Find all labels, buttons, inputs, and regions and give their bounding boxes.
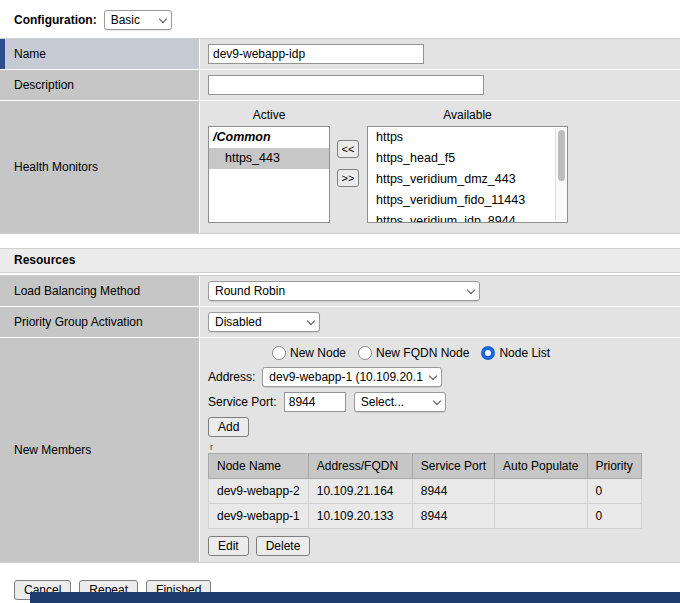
node-list-radio-label: Node List bbox=[499, 346, 550, 360]
scrollbar[interactable] bbox=[555, 128, 566, 221]
new-fqdn-node-radio-label: New FQDN Node bbox=[376, 346, 469, 360]
name-row: Name bbox=[0, 39, 680, 70]
health-monitors-label: Health Monitors bbox=[14, 160, 98, 174]
delete-button[interactable]: Delete bbox=[256, 536, 311, 556]
move-to-available-button[interactable]: >> bbox=[337, 169, 359, 187]
cell-auto-populate bbox=[495, 479, 587, 504]
available-monitor-item[interactable]: https_head_f5 bbox=[368, 148, 567, 169]
partition-group-label: /Common bbox=[209, 127, 329, 148]
header-node-name: Node Name bbox=[209, 454, 309, 479]
load-balancing-row: Load Balancing Method Round Robin bbox=[0, 276, 680, 307]
available-monitor-item[interactable]: https_veridium_fido_11443 bbox=[368, 190, 567, 211]
resources-section-header: Resources bbox=[0, 248, 680, 273]
chevron-down-icon bbox=[158, 14, 166, 22]
radio-option-new-fqdn-node[interactable]: New FQDN Node bbox=[358, 346, 469, 360]
cell-node-name: dev9-webapp-1 bbox=[209, 504, 309, 529]
load-balancing-value-cell: Round Robin bbox=[200, 276, 680, 306]
health-monitors-value-cell: Active /Common https_443 << >> Available… bbox=[200, 101, 680, 233]
load-balancing-label-cell: Load Balancing Method bbox=[0, 276, 200, 306]
header-priority: Priority bbox=[587, 454, 641, 479]
priority-group-select[interactable]: Disabled bbox=[208, 312, 320, 332]
active-monitors-column: Active /Common https_443 bbox=[208, 108, 330, 223]
service-port-select[interactable]: Select... bbox=[354, 392, 446, 412]
configuration-select-value: Basic bbox=[111, 13, 153, 27]
configuration-row: Configuration: Basic bbox=[0, 0, 680, 38]
available-header: Available bbox=[367, 108, 568, 122]
load-balancing-label: Load Balancing Method bbox=[14, 284, 140, 298]
cell-node-name: dev9-webapp-2 bbox=[209, 479, 309, 504]
stray-text: r bbox=[210, 442, 672, 452]
available-monitors-listbox[interactable]: https https_head_f5 https_veridium_dmz_4… bbox=[367, 126, 568, 223]
new-node-radio[interactable] bbox=[272, 346, 286, 360]
members-table: Node Name Address/FQDN Service Port Auto… bbox=[208, 453, 642, 529]
cell-address: 10.109.21.164 bbox=[308, 479, 412, 504]
address-label: Address: bbox=[208, 370, 255, 384]
configuration-select[interactable]: Basic bbox=[104, 10, 172, 30]
priority-group-label-cell: Priority Group Activation bbox=[0, 307, 200, 337]
active-monitors-listbox[interactable]: /Common https_443 bbox=[208, 126, 330, 223]
name-value-cell bbox=[200, 39, 680, 69]
new-node-radio-label: New Node bbox=[290, 346, 346, 360]
move-to-active-button[interactable]: << bbox=[337, 140, 359, 158]
name-input[interactable] bbox=[208, 44, 424, 64]
required-indicator bbox=[0, 39, 5, 69]
load-balancing-select-value: Round Robin bbox=[215, 284, 461, 298]
cell-priority: 0 bbox=[587, 504, 641, 529]
chevron-down-icon bbox=[432, 396, 440, 404]
cell-service-port: 8944 bbox=[412, 504, 494, 529]
cell-auto-populate bbox=[495, 504, 587, 529]
priority-group-row: Priority Group Activation Disabled bbox=[0, 307, 680, 338]
header-address-fqdn: Address/FQDN bbox=[308, 454, 412, 479]
cell-address: 10.109.20.133 bbox=[308, 504, 412, 529]
header-auto-populate: Auto Populate bbox=[495, 454, 587, 479]
new-fqdn-node-radio[interactable] bbox=[358, 346, 372, 360]
priority-group-label: Priority Group Activation bbox=[14, 315, 143, 329]
member-row[interactable]: dev9-webapp-2 10.109.21.164 8944 0 bbox=[209, 479, 642, 504]
general-properties-table: Name Description Health Monitors Active … bbox=[0, 38, 680, 234]
new-members-label: New Members bbox=[14, 443, 91, 457]
monitor-move-buttons: << >> bbox=[337, 140, 359, 187]
load-balancing-select[interactable]: Round Robin bbox=[208, 281, 480, 301]
radio-option-new-node[interactable]: New Node bbox=[272, 346, 346, 360]
scrollbar-thumb[interactable] bbox=[558, 130, 565, 181]
description-label: Description bbox=[14, 78, 74, 92]
active-monitor-item[interactable]: https_443 bbox=[209, 148, 329, 169]
available-monitors-column: Available https https_head_f5 https_veri… bbox=[367, 108, 568, 223]
address-select[interactable]: dev9-webapp-1 (10.109.20.133) bbox=[262, 367, 442, 387]
member-type-radio-group: New Node New FQDN Node Node List bbox=[272, 346, 672, 360]
name-label-cell: Name bbox=[0, 39, 200, 69]
name-label: Name bbox=[14, 47, 46, 61]
available-monitor-item[interactable]: https_veridium_idp_8944 bbox=[368, 211, 567, 223]
description-label-cell: Description bbox=[0, 70, 200, 100]
chevron-down-icon bbox=[307, 316, 315, 324]
radio-option-node-list[interactable]: Node List bbox=[481, 346, 550, 360]
node-list-radio[interactable] bbox=[481, 346, 495, 360]
member-row[interactable]: dev9-webapp-1 10.109.20.133 8944 0 bbox=[209, 504, 642, 529]
add-button[interactable]: Add bbox=[208, 417, 249, 437]
edit-delete-line: Edit Delete bbox=[208, 536, 672, 556]
service-port-label: Service Port: bbox=[208, 395, 277, 409]
active-header: Active bbox=[208, 108, 330, 122]
priority-group-value-cell: Disabled bbox=[200, 307, 680, 337]
header-service-port: Service Port bbox=[412, 454, 494, 479]
service-port-line: Service Port: Select... bbox=[208, 392, 672, 412]
description-input[interactable] bbox=[208, 75, 484, 95]
chevron-down-icon bbox=[429, 371, 437, 379]
members-table-header-row: Node Name Address/FQDN Service Port Auto… bbox=[209, 454, 642, 479]
available-monitor-item[interactable]: https bbox=[368, 127, 567, 148]
chevron-down-icon bbox=[467, 285, 475, 293]
health-monitors-label-cell: Health Monitors bbox=[0, 101, 200, 233]
description-value-cell bbox=[200, 70, 680, 100]
add-line: Add bbox=[208, 417, 672, 437]
new-members-row: New Members New Node New FQDN Node Node … bbox=[0, 338, 680, 562]
cell-service-port: 8944 bbox=[412, 479, 494, 504]
service-port-input[interactable] bbox=[284, 392, 346, 412]
description-row: Description bbox=[0, 70, 680, 101]
priority-group-select-value: Disabled bbox=[215, 315, 301, 329]
edit-button[interactable]: Edit bbox=[208, 536, 249, 556]
health-monitors-row: Health Monitors Active /Common https_443… bbox=[0, 101, 680, 233]
new-members-value-cell: New Node New FQDN Node Node List Address… bbox=[200, 338, 680, 562]
configuration-label: Configuration: bbox=[14, 13, 97, 27]
available-monitor-item[interactable]: https_veridium_dmz_443 bbox=[368, 169, 567, 190]
cell-priority: 0 bbox=[587, 479, 641, 504]
